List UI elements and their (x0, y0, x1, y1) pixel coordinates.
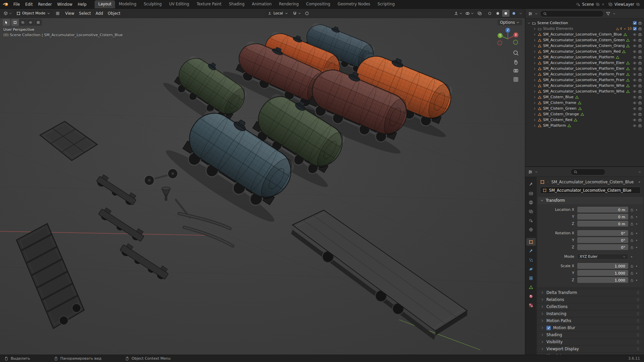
object-name-field[interactable]: SM_Accumulator_Locomotive_Cistern_Blue (540, 187, 641, 194)
grip-icon[interactable] (636, 291, 640, 295)
number-field[interactable]: 0 m (577, 221, 628, 227)
property-section[interactable]: Relations (538, 296, 643, 303)
viewport-menu-item[interactable]: Object (105, 10, 122, 16)
disclosure-icon[interactable] (533, 44, 536, 48)
hide-eye-icon[interactable] (633, 107, 637, 111)
hide-eye-icon[interactable] (633, 84, 637, 88)
tab-world[interactable] (526, 226, 536, 233)
lock-icon[interactable] (630, 245, 634, 249)
menu-item[interactable]: Render (36, 1, 55, 8)
rotation-mode-dropdown[interactable]: XYZ Euler (577, 254, 628, 259)
outliner-object-row[interactable]: SM_Accumulator_Locomotive_Cistern_Blue (527, 32, 644, 37)
pin-icon[interactable] (638, 180, 641, 184)
snap-toggle[interactable] (292, 10, 302, 17)
options-dropdown[interactable]: Options (497, 19, 522, 25)
grip-icon[interactable] (636, 340, 640, 344)
disclosure-icon[interactable] (533, 107, 536, 110)
number-field[interactable]: 1.000 (577, 277, 628, 283)
render-checkbox[interactable] (633, 27, 637, 31)
workspace-tab[interactable]: Sculpting (140, 0, 165, 8)
outliner-root-row[interactable]: Scene Collection (527, 20, 644, 26)
hide-eye-icon[interactable] (633, 78, 637, 82)
hide-eye-icon[interactable] (633, 72, 637, 76)
filter-icon[interactable] (606, 11, 610, 16)
outliner-object-row[interactable]: SM_Cistern_frame (527, 100, 644, 106)
menu-item[interactable]: Help (75, 1, 89, 8)
select-subtract-button[interactable] (27, 19, 34, 26)
outliner-object-row[interactable]: SM_Accumulator_Locomotive_Cistern_Green (527, 37, 644, 43)
camera-icon[interactable] (638, 27, 642, 31)
lock-icon[interactable] (630, 208, 634, 212)
workspace-tab[interactable]: Compositing (302, 0, 334, 8)
outliner-object-row[interactable]: SM_Accumulator_Locomotive_Platform_Eleme… (527, 66, 644, 71)
hide-eye-icon[interactable] (633, 124, 637, 128)
number-field[interactable]: 1.000 (577, 263, 628, 269)
outliner-object-row[interactable]: SM_Accumulator_Locomotive_Platform_Eleme… (527, 60, 644, 66)
workspace-tab[interactable]: Geometry Nodes (334, 0, 374, 8)
property-section[interactable]: Delta Transform (538, 289, 643, 296)
tab-view-layer[interactable] (526, 207, 536, 215)
animate-dot-icon[interactable] (635, 264, 638, 268)
viewport-menu-item[interactable]: View (63, 10, 76, 16)
disable-render-camera-icon[interactable] (638, 101, 642, 105)
viewport-menu-item[interactable]: Select (77, 10, 93, 16)
grip-icon[interactable] (636, 305, 640, 309)
copy-icon[interactable] (596, 2, 600, 6)
disable-render-camera-icon[interactable] (638, 33, 642, 37)
tab-output[interactable] (526, 198, 536, 206)
grip-icon[interactable] (636, 319, 640, 323)
property-section[interactable]: Shading (538, 331, 643, 338)
tab-object-data[interactable] (526, 283, 536, 291)
show-gizmo-toggle[interactable] (453, 10, 463, 17)
outliner-studio-row[interactable]: Studio Elements 4 10 (527, 26, 644, 32)
property-section[interactable]: Motion Blur (538, 324, 643, 331)
disable-render-camera-icon[interactable] (638, 118, 642, 122)
show-overlays-toggle[interactable] (465, 10, 475, 17)
properties-search-input[interactable] (571, 169, 605, 175)
select-intersect-button[interactable] (35, 19, 42, 26)
hide-eye-icon[interactable] (633, 50, 637, 54)
transform-orientation-selector[interactable]: Local (265, 10, 290, 17)
disable-render-camera-icon[interactable] (638, 78, 642, 82)
hide-eye-icon[interactable] (633, 101, 637, 105)
disclosure-icon[interactable] (533, 96, 536, 99)
lock-icon[interactable] (630, 231, 634, 235)
viewlayer-selector[interactable]: ViewLayer (608, 2, 640, 7)
outliner-search-input[interactable] (540, 10, 604, 17)
property-section[interactable]: Motion Paths (538, 317, 643, 324)
property-section[interactable]: Visibility (538, 338, 643, 345)
tab-particles[interactable] (526, 256, 536, 264)
property-section[interactable]: Viewport Display (538, 345, 643, 352)
outliner-object-row[interactable]: SM_Platform (527, 123, 644, 128)
animate-dot-icon[interactable] (635, 232, 638, 235)
disable-render-camera-icon[interactable] (638, 89, 642, 94)
disclosure-icon[interactable] (533, 78, 536, 82)
property-section[interactable]: Instancing (538, 310, 643, 317)
tab-object[interactable] (526, 238, 536, 246)
grip-icon[interactable] (636, 347, 640, 351)
select-extend-button[interactable] (19, 19, 26, 26)
disable-render-camera-icon[interactable] (638, 44, 642, 48)
animate-dot-icon[interactable] (635, 215, 638, 219)
mode-selector[interactable]: Object Mode (14, 10, 53, 17)
disclosure-icon[interactable] (533, 73, 536, 76)
lock-icon[interactable] (630, 264, 634, 268)
close-icon[interactable] (601, 3, 605, 6)
animate-dot-icon[interactable] (635, 246, 638, 249)
hide-eye-icon[interactable] (633, 112, 637, 116)
shading-solid-button[interactable] (494, 10, 501, 17)
workspace-tab[interactable]: Modeling (115, 0, 140, 8)
disable-render-camera-icon[interactable] (638, 67, 642, 71)
shading-rendered-button[interactable] (510, 10, 518, 17)
outliner-object-row[interactable]: SM_Accumulator_Locomotive_Platform_Wheel… (527, 88, 644, 94)
select-set-button[interactable] (11, 19, 19, 26)
number-field[interactable]: 0° (577, 230, 628, 236)
disclosure-icon[interactable] (533, 118, 536, 122)
disclosure-icon[interactable] (533, 39, 536, 42)
number-field[interactable]: 1.000 (577, 270, 628, 276)
workspace-tab[interactable]: Animation (248, 0, 275, 8)
lock-icon[interactable] (630, 238, 634, 242)
disclosure-icon[interactable] (533, 101, 536, 105)
hide-eye-icon[interactable] (633, 67, 637, 71)
disable-render-camera-icon[interactable] (638, 55, 642, 59)
